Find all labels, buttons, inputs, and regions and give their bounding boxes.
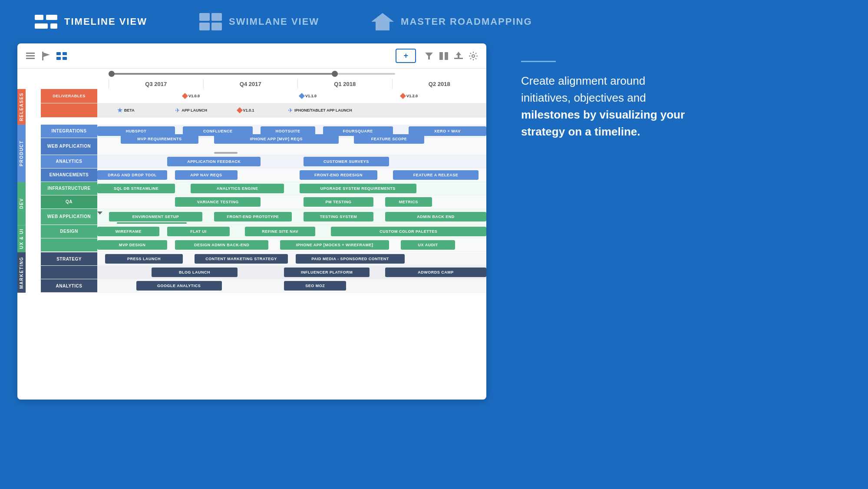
right-text-3: milestones by visualizing your (521, 108, 685, 121)
slider-line (109, 73, 395, 75)
slider-thumb-right[interactable] (332, 71, 338, 77)
main-content: + (0, 43, 868, 400)
releases-milestones-1: V1.0.0 V1.1.0 V1.2.0 (97, 89, 486, 103)
plane-blue: ✈ (175, 107, 180, 114)
v110-label: V1.1.0 (305, 94, 317, 98)
custom-colors-bar: CUSTOM COLOR PALETTES (331, 227, 486, 236)
mvp-design-bar: MVP DESIGN (97, 240, 167, 250)
analytics-row: ANALYTICS APPLICATION FEEDBACK CUSTOMER … (41, 155, 486, 169)
enhancements-content: DRAG AND DROP TOOL APP NAV REQS FRONT-EN… (97, 169, 486, 182)
releases-row-2: ★ BETA ✈ APP LAUNCH V1.0.1 (41, 103, 486, 118)
v120-milestone: V1.2.0 (401, 94, 418, 98)
ux-group-label-col: UX & UI (17, 225, 41, 252)
filter-icon[interactable] (423, 50, 435, 62)
swimlane-icon (199, 13, 222, 30)
right-text-2: initiatives, objectives and (521, 91, 646, 104)
add-button[interactable]: + (396, 49, 416, 63)
infra-row: INFRASTRUCTURE SQL DB STREAMLINE ANALYTI… (41, 182, 486, 195)
v120-label: V1.2.0 (406, 94, 418, 98)
enhancements-row: ENHANCEMENTS DRAG AND DROP TOOL APP NAV … (41, 169, 486, 182)
timeline-icon (35, 13, 57, 30)
settings-icon[interactable] (467, 50, 479, 62)
q4-label: Q4 2017 (203, 79, 298, 89)
svg-rect-21 (454, 58, 463, 59)
dev-webapp-label: WEB APPLICATION (41, 209, 97, 225)
flag-icon[interactable] (40, 50, 52, 62)
app-feedback-bar: APPLICATION FEEDBACK (167, 157, 261, 166)
marketing-group-label: MARKETING (17, 252, 26, 293)
svg-rect-10 (26, 55, 35, 56)
admin-back-bar: ADMIN BACK END (385, 212, 486, 221)
enhancements-label: ENHANCEMENTS (41, 169, 97, 182)
feature-scope-bar: FEATURE SCOPE (354, 134, 424, 144)
expand-icon[interactable] (97, 210, 102, 215)
qa-content: VARIANCE TESTING PM TESTING METRICS (97, 195, 486, 208)
deliverables-label: DELIVERABLES (41, 89, 97, 103)
iphone-launch-milestone: ✈ IPHONE/TABLET APP LAUNCH (288, 107, 352, 114)
nav-master-roadmapping[interactable]: MASTER ROADMAPPING (371, 13, 532, 30)
v100-label: V1.0.0 (188, 94, 200, 98)
qa-label: QA (41, 195, 97, 208)
timeline-scroll[interactable]: Q3 2017 Q4 2017 Q1 2018 Q2 2018 RELEASES… (17, 69, 486, 293)
v101-diamond (236, 107, 242, 113)
analytics-label: ANALYTICS (41, 155, 97, 168)
svg-rect-0 (35, 15, 43, 20)
toolbar-left (24, 50, 392, 62)
dev-swimlanes: INFRASTRUCTURE SQL DB STREAMLINE ANALYTI… (41, 182, 486, 225)
nav-timeline-view[interactable]: TIMELINE VIEW (35, 13, 147, 30)
v110-milestone: V1.1.0 (300, 94, 317, 98)
releases-group-label: RELEASES (17, 89, 26, 125)
nav-swimlane-view[interactable]: SWIMLANE VIEW (199, 13, 319, 30)
roadmap-view-icon[interactable] (56, 50, 68, 62)
svg-rect-16 (56, 57, 61, 60)
marketing-swimlanes: STRATEGY PRESS LAUNCH CONTENT MARKETING … (41, 252, 486, 293)
list-view-icon[interactable] (24, 50, 36, 62)
frontend-proto-bar: FRONT-END PROTOTYPE (214, 212, 292, 221)
dev-webapp-content: ENVIRONMENT SETUP FRONT-END PROTOTYPE TE… (97, 209, 486, 225)
slider-fill (109, 73, 338, 75)
analytics-content: APPLICATION FEEDBACK CUSTOMER SURVEYS (97, 155, 486, 168)
content-mkt-bar: CONTENT MARKETING STRATEGY (195, 254, 288, 264)
dev-group: DEV INFRASTRUCTURE SQL DB STREAMLINE ANA… (17, 182, 486, 225)
roadmap-panel: + (17, 43, 486, 400)
releases-group: RELEASES DELIVERABLES V1.0.0 (17, 89, 486, 125)
svg-marker-24 (97, 211, 102, 215)
mkt-analytics-row: ANALYTICS GOOGLE ANALYTICS SEO MOZ (41, 279, 486, 293)
app-launch-milestone: ✈ APP LAUNCH (175, 107, 207, 114)
product-swimlanes: INTEGRATIONS HUBSPOT CONFLUENCE HOOTSUIT… (41, 125, 486, 182)
mkt-analytics-label: ANALYTICS (41, 279, 97, 292)
press-launch-bar: PRESS LAUNCH (105, 254, 183, 264)
v100-milestone: V1.0.0 (183, 94, 200, 98)
sql-bar: SQL DB STREAMLINE (97, 184, 175, 193)
v120-diamond (400, 93, 406, 99)
slider-thumb-left[interactable] (109, 71, 115, 77)
svg-marker-18 (425, 53, 433, 59)
strategy-label-2 (41, 266, 97, 279)
timeline-slider[interactable] (17, 69, 486, 76)
strategy-content-2: BLOG LAUNCH INFLUENCER PLATFORM ADWORDS … (97, 266, 486, 279)
design-label: DESIGN (41, 225, 97, 238)
export-icon[interactable] (452, 50, 465, 62)
feature-a-bar: FEATURE A RELEASE (393, 170, 479, 180)
svg-rect-15 (63, 52, 67, 55)
frontend-redesign-bar: FRONT-END REDESIGN (300, 170, 377, 180)
mkt-analytics-content: GOOGLE ANALYTICS SEO MOZ (97, 279, 486, 292)
product-group-label: PRODUCT (17, 125, 26, 182)
toolbar-right (423, 50, 479, 62)
svg-marker-8 (371, 13, 394, 30)
web-app-label: WEB APPLICATION (41, 138, 97, 155)
svg-point-23 (472, 55, 475, 57)
design-row-2: MVP DESIGN DESIGN ADMIN BACK-END IPHONE … (41, 238, 486, 252)
timeline-label: TIMELINE VIEW (64, 16, 147, 27)
svg-rect-2 (35, 23, 48, 29)
product-group: PRODUCT INTEGRATIONS HUBSPOT CONFLUENCE … (17, 125, 486, 182)
ux-swimlanes: DESIGN WIREFRAME FLAT UI REFINE SITE NAV… (41, 225, 486, 252)
svg-marker-22 (456, 52, 461, 58)
upgrade-sys-bar: UPGRADE SYSTEM REQUIREMENTS (300, 184, 416, 193)
progress-bar (117, 222, 187, 224)
svg-rect-4 (199, 13, 210, 21)
columns-icon[interactable] (438, 50, 450, 62)
toolbar: + (17, 43, 486, 69)
dev-group-label-col: DEV (17, 182, 41, 225)
integrations-label: INTEGRATIONS (41, 125, 97, 138)
